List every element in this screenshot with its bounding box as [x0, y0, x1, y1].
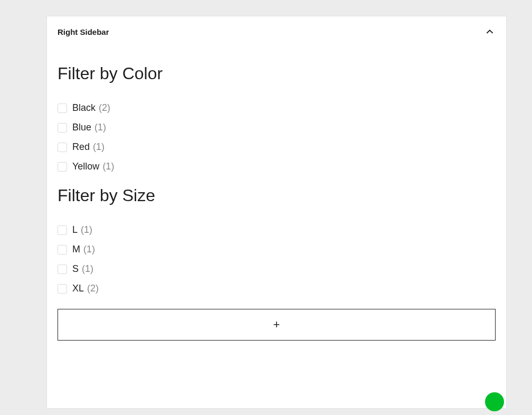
- filter-count: (1): [93, 142, 104, 153]
- filter-item[interactable]: L (1): [58, 224, 498, 235]
- filter-label: S: [72, 263, 79, 275]
- filter-count: (1): [83, 244, 95, 255]
- panel-header[interactable]: Right Sidebar: [47, 16, 506, 43]
- filter-item[interactable]: Black (2): [58, 102, 498, 114]
- checkbox-icon[interactable]: [58, 225, 67, 235]
- checkbox-icon[interactable]: [58, 162, 67, 172]
- checkbox-icon[interactable]: [58, 245, 67, 254]
- filter-count: (2): [87, 283, 99, 294]
- filter-item[interactable]: M (1): [58, 244, 498, 255]
- checkbox-icon[interactable]: [58, 284, 67, 294]
- chevron-up-icon[interactable]: [484, 26, 496, 37]
- filter-item[interactable]: Yellow (1): [58, 161, 498, 172]
- filter-label: Red: [72, 142, 90, 153]
- filter-count: (1): [94, 122, 106, 133]
- filter-color-list: Black (2) Blue (1) Red (1) Yellow (1): [55, 102, 498, 172]
- filter-size-list: L (1) M (1) S (1) XL (2): [55, 224, 498, 294]
- filter-item[interactable]: Red (1): [58, 142, 498, 153]
- checkbox-icon[interactable]: [58, 123, 67, 133]
- filter-label: Black: [72, 102, 96, 114]
- filter-count: (2): [99, 102, 110, 114]
- filter-count: (1): [82, 263, 93, 275]
- checkbox-icon[interactable]: [58, 265, 67, 274]
- plus-icon: +: [273, 318, 280, 332]
- filter-count: (1): [81, 224, 92, 235]
- filter-item[interactable]: XL (2): [58, 283, 498, 294]
- filter-label: M: [72, 244, 80, 255]
- panel-title: Right Sidebar: [58, 27, 109, 36]
- checkbox-icon[interactable]: [58, 143, 67, 152]
- right-sidebar-panel: Right Sidebar Filter by Color Black (2) …: [46, 16, 507, 409]
- filter-color-heading: Filter by Color: [55, 64, 498, 83]
- add-block-button[interactable]: +: [58, 309, 496, 341]
- filter-item[interactable]: S (1): [58, 263, 498, 275]
- filter-label: Blue: [72, 122, 91, 133]
- filter-item[interactable]: Blue (1): [58, 122, 498, 133]
- add-block-row: +: [55, 309, 498, 341]
- jetpack-bubble-icon[interactable]: [485, 392, 504, 411]
- filter-label: L: [72, 224, 78, 235]
- filter-label: XL: [72, 283, 84, 294]
- filter-count: (1): [102, 161, 114, 172]
- checkbox-icon[interactable]: [58, 103, 67, 113]
- panel-content: Filter by Color Black (2) Blue (1) Red (…: [47, 43, 506, 341]
- filter-size-heading: Filter by Size: [55, 186, 498, 205]
- filter-label: Yellow: [72, 161, 99, 172]
